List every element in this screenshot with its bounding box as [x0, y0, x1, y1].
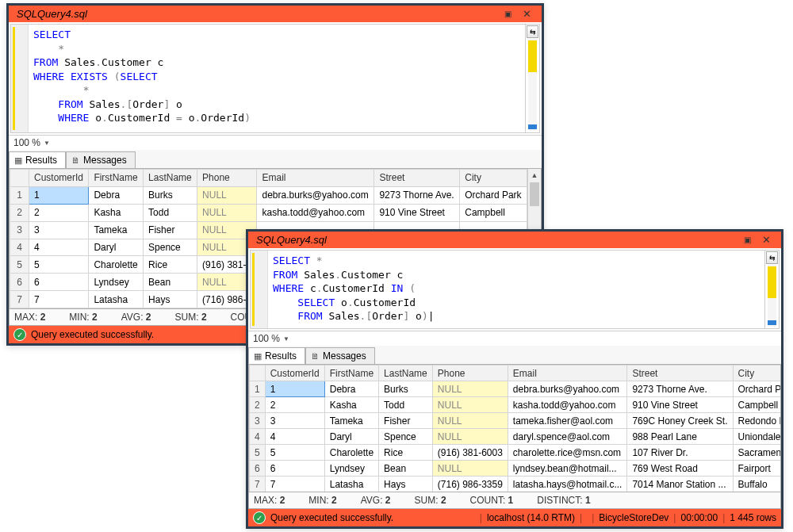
cell[interactable]: Sacramento [733, 445, 781, 461]
cell[interactable]: Spence [379, 429, 433, 445]
column-header[interactable]: Street [374, 170, 460, 187]
cell[interactable]: kasha.todd@yahoo.com [508, 397, 627, 413]
cell[interactable]: Campbell [460, 204, 527, 221]
cell[interactable]: Charolette [324, 445, 378, 461]
titlebar[interactable]: SQLQuery4.sql ▣ ✕ [9, 6, 542, 22]
cell[interactable]: Tameka [324, 413, 378, 429]
cell[interactable]: Orchard Park [460, 186, 527, 204]
cell[interactable]: Todd [144, 204, 197, 221]
sql-code[interactable]: SELECT * FROM Sales.Customer c WHERE c.C… [268, 251, 764, 328]
cell[interactable]: 910 Vine Street [627, 397, 733, 413]
cell[interactable]: 9273 Thorne Ave. [374, 186, 460, 204]
column-header[interactable]: Email [508, 366, 627, 381]
sql-editor[interactable]: SELECT * FROM Sales.Customer c WHERE EXI… [10, 24, 540, 133]
cell[interactable]: daryl.spence@aol.com [508, 429, 627, 445]
table-row[interactable]: 66LyndseyBeanNULLlyndsey.bean@hotmail...… [250, 461, 782, 477]
close-icon[interactable]: ✕ [519, 8, 534, 20]
cell[interactable]: 9273 Thorne Ave. [627, 381, 733, 397]
cell[interactable]: Lyndsey [89, 274, 144, 291]
table-row[interactable]: 22KashaToddNULLkasha.todd@yahoo.com910 V… [10, 204, 527, 221]
cell[interactable]: Latasha [324, 477, 378, 492]
scroll-up-icon[interactable]: ▲ [528, 169, 541, 182]
table-row[interactable]: 44DarylSpenceNULLdaryl.spence@aol.com988… [250, 429, 782, 445]
cell[interactable]: 4 [265, 429, 324, 445]
cell[interactable]: 1 [265, 381, 324, 397]
cell[interactable]: 7 [265, 477, 324, 492]
cell[interactable]: Kasha [324, 397, 378, 413]
cell[interactable]: 769 West Road [627, 461, 733, 477]
cell[interactable]: Fisher [144, 221, 197, 239]
cell[interactable]: Bean [144, 274, 197, 291]
cell[interactable]: latasha.hays@hotmail.c... [508, 477, 627, 492]
cell[interactable]: 910 Vine Street [374, 204, 460, 221]
cell[interactable]: charolette.rice@msn.com [508, 445, 627, 461]
cell[interactable]: NULL [432, 397, 508, 413]
cell[interactable]: Kasha [89, 204, 144, 221]
cell[interactable]: Burks [379, 381, 433, 397]
sql-code[interactable]: SELECT * FROM Sales.Customer c WHERE EXI… [29, 25, 525, 132]
cell[interactable]: Hays [144, 291, 197, 308]
column-header[interactable]: Phone [432, 366, 508, 381]
cell[interactable]: (716) 986-3359 [432, 477, 508, 492]
column-header[interactable]: FirstName [89, 170, 144, 187]
table-row[interactable]: 11DebraBurksNULLdebra.burks@yahoo.com927… [250, 381, 782, 397]
cell[interactable]: 3 [265, 413, 324, 429]
chevron-down-icon[interactable]: ▼ [283, 335, 293, 343]
cell[interactable]: Rice [379, 445, 433, 461]
cell[interactable]: 4 [29, 239, 89, 256]
cell[interactable]: Spence [144, 239, 197, 256]
cell[interactable]: debra.burks@yahoo.com [508, 381, 627, 397]
cell[interactable]: Todd [379, 397, 433, 413]
column-header[interactable]: City [460, 170, 527, 187]
cell[interactable]: 988 Pearl Lane [627, 429, 733, 445]
cell[interactable]: Debra [324, 381, 378, 397]
column-header[interactable]: Phone [197, 170, 257, 187]
cell[interactable]: Buffalo [733, 477, 781, 492]
table-row[interactable]: 77LatashaHays(716) 986-3359latasha.hays@… [250, 477, 782, 492]
chevron-down-icon[interactable]: ▼ [44, 140, 53, 147]
cell[interactable]: 6 [265, 461, 324, 477]
cell[interactable]: Charolette [89, 256, 144, 274]
column-header[interactable]: CustomerId [265, 366, 324, 381]
table-row[interactable]: 33TamekaFisherNULLtameka.fisher@aol.com7… [250, 413, 782, 429]
cell[interactable]: Uniondale [733, 429, 781, 445]
cell[interactable]: Debra [89, 186, 144, 204]
column-header[interactable]: Email [257, 170, 374, 187]
cell[interactable]: Daryl [89, 239, 144, 256]
sql-editor[interactable]: SELECT * FROM Sales.Customer c WHERE c.C… [250, 250, 780, 329]
cell[interactable]: 2 [29, 204, 89, 221]
cell[interactable]: Tameka [89, 221, 144, 239]
cell[interactable]: 7014 Manor Station ... [627, 477, 733, 492]
close-icon[interactable]: ✕ [759, 234, 773, 246]
cell[interactable]: 6 [29, 274, 89, 291]
column-header[interactable]: City [733, 366, 781, 381]
tab-results[interactable]: ▦ Results [9, 151, 66, 168]
cell[interactable]: debra.burks@yahoo.com [257, 186, 374, 204]
cell[interactable]: kasha.todd@yahoo.com [257, 204, 374, 221]
cell[interactable]: NULL [432, 429, 508, 445]
cell[interactable]: 5 [265, 445, 324, 461]
cell[interactable]: Rice [144, 256, 197, 274]
cell[interactable]: 7 [29, 291, 89, 308]
column-header[interactable]: CustomerId [29, 170, 89, 187]
cell[interactable]: lyndsey.bean@hotmail... [508, 461, 627, 477]
tab-messages[interactable]: 🗎 Messages [66, 151, 136, 168]
cell[interactable]: Burks [144, 186, 197, 204]
cell[interactable]: NULL [197, 204, 257, 221]
pin-icon[interactable]: ▣ [500, 10, 515, 18]
cell[interactable]: Orchard Park [733, 381, 781, 397]
tab-messages[interactable]: 🗎 Messages [305, 347, 375, 364]
cell[interactable]: 2 [265, 397, 324, 413]
cell[interactable]: Campbell [733, 397, 781, 413]
column-header[interactable]: Street [627, 366, 733, 381]
cell[interactable]: Fisher [379, 413, 433, 429]
cell[interactable]: Redondo Be [733, 413, 781, 429]
cell[interactable]: 5 [29, 256, 89, 274]
zoom-bar[interactable]: 100 % ▼ [248, 331, 781, 346]
titlebar[interactable]: SQLQuery4.sql ▣ ✕ [248, 232, 781, 248]
cell[interactable]: Hays [379, 477, 433, 492]
cell[interactable]: Daryl [324, 429, 378, 445]
cell[interactable]: 3 [29, 221, 89, 239]
cell[interactable]: 1 [29, 186, 89, 204]
table-row[interactable]: 11DebraBurksNULLdebra.burks@yahoo.com927… [10, 186, 527, 204]
